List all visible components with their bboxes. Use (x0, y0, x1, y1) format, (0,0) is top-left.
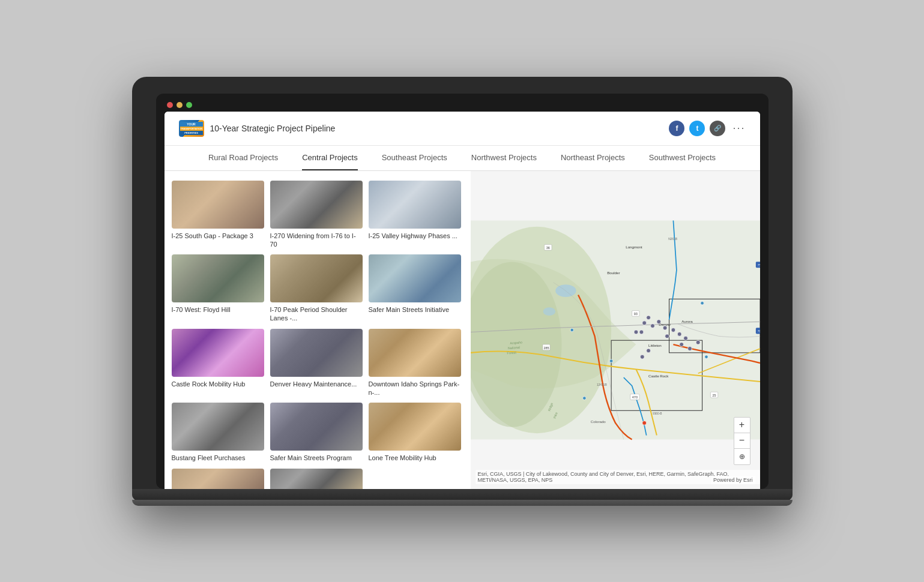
close-button[interactable] (167, 102, 173, 108)
tab-northeast[interactable]: Northeast Projects (561, 153, 625, 170)
svg-text:Castle Rock: Castle Rock (648, 374, 669, 378)
project-card-12[interactable]: Lone Tree Mobility Hub (369, 403, 461, 462)
header-actions: f t 🔗 ··· (669, 121, 745, 136)
svg-text:9360-B: 9360-B (652, 412, 662, 415)
svg-text:Littleton: Littleton (648, 343, 662, 347)
svg-text:93: 93 (633, 312, 637, 316)
zoom-location-button[interactable]: ⊕ (734, 449, 750, 464)
project-card-10[interactable]: Bustang Fleet Purchases (172, 403, 264, 462)
svg-text:Colorado: Colorado (590, 419, 606, 423)
facebook-button[interactable]: f (669, 121, 684, 136)
project-thumb-5 (270, 254, 363, 302)
project-thumb-11 (270, 403, 363, 451)
zoom-out-button[interactable]: − (734, 433, 750, 449)
svg-text:25: 25 (712, 393, 716, 397)
project-label-3: I-25 Valley Highway Phases ... (369, 232, 461, 240)
svg-text:470: 470 (632, 395, 637, 399)
tab-rural[interactable]: Rural Road Projects (208, 153, 278, 170)
svg-text:285: 285 (543, 346, 549, 349)
project-card-2[interactable]: I-270 Widening from I-76 to I-70 (270, 181, 363, 249)
svg-point-42 (704, 355, 708, 359)
project-thumb-2 (270, 181, 363, 229)
project-label-8: Denver Heavy Maintenance... (270, 380, 363, 388)
project-card-5[interactable]: I-70 Peak Period Shoulder Lanes -... (270, 254, 363, 323)
svg-point-27 (671, 328, 675, 332)
minimize-button[interactable] (177, 102, 183, 108)
svg-point-25 (656, 319, 660, 323)
project-label-5: I-70 Peak Period Shoulder Lanes -... (270, 305, 363, 323)
svg-text:70: 70 (757, 329, 759, 333)
project-card-13[interactable] (172, 469, 264, 489)
project-card-8[interactable]: Denver Heavy Maintenance... (270, 329, 363, 397)
svg-point-4 (543, 307, 555, 316)
logo-bot: PRIORITIES (180, 131, 203, 135)
svg-text:36: 36 (546, 246, 549, 250)
project-thumb-7 (172, 329, 264, 377)
project-thumb-1 (172, 181, 264, 229)
project-list: I-25 South Gap - Package 3 I-270 Widenin… (165, 171, 471, 489)
project-card-11[interactable]: Safer Main Streets Program (270, 403, 363, 462)
svg-point-43 (642, 421, 646, 425)
more-options-button[interactable]: ··· (732, 122, 745, 134)
project-label-11: Safer Main Streets Program (270, 454, 363, 462)
project-label-6: Safer Main Streets Initiative (369, 305, 461, 314)
project-thumb-10 (172, 403, 264, 451)
svg-point-22 (646, 315, 650, 319)
svg-point-41 (700, 301, 704, 305)
tab-central[interactable]: Central Projects (302, 153, 357, 170)
project-label-7: Castle Rock Mobility Hub (172, 380, 264, 388)
nav-tabs: Rural Road Projects Central Projects Sou… (165, 146, 760, 171)
svg-point-39 (609, 359, 613, 362)
map-area[interactable]: Longmont Boulder Denver Aurora Littleton… (471, 171, 760, 489)
svg-text:75: 75 (757, 263, 759, 266)
svg-point-26 (663, 326, 667, 330)
project-card-3[interactable]: I-25 Valley Highway Phases ... (369, 181, 461, 249)
project-thumb-4 (172, 254, 264, 302)
project-card-7[interactable]: Castle Rock Mobility Hub (172, 329, 264, 397)
logo-area: YOUR TRANSPORTATION PRIORITIES 10-Year S… (179, 120, 336, 137)
tab-southeast[interactable]: Southeast Projects (382, 153, 447, 170)
project-card-1[interactable]: I-25 South Gap - Package 3 (172, 181, 264, 249)
project-card-9[interactable]: Downtown Idaho Springs Park-n-... (369, 329, 461, 397)
twitter-button[interactable]: t (689, 121, 705, 136)
laptop-frame: YOUR TRANSPORTATION PRIORITIES 10-Year S… (132, 77, 793, 506)
project-label-4: I-70 West: Floyd Hill (172, 305, 264, 314)
maximize-button[interactable] (186, 102, 192, 108)
logo-mid: TRANSPORTATION (180, 127, 203, 131)
zoom-in-button[interactable]: + (734, 418, 750, 433)
tab-northwest[interactable]: Northwest Projects (471, 153, 537, 170)
svg-point-34 (646, 348, 650, 352)
svg-text:Longmont: Longmont (626, 245, 642, 249)
project-thumb-13 (172, 469, 264, 489)
laptop-bottom (132, 500, 793, 506)
svg-point-23 (642, 320, 646, 325)
project-label-10: Bustang Fleet Purchases (172, 454, 264, 462)
project-label-12: Lone Tree Mobility Hub (369, 454, 461, 462)
map-powered-by: Powered by Esri (711, 476, 755, 484)
app-title: 10-Year Strategic Project Pipeline (210, 124, 336, 133)
svg-point-30 (683, 336, 687, 340)
svg-point-40 (582, 396, 586, 400)
logo-top: YOUR (180, 122, 203, 127)
svg-point-32 (687, 346, 692, 350)
project-label-2: I-270 Widening from I-76 to I-70 (270, 232, 363, 249)
project-thumb-8 (270, 329, 363, 377)
project-thumb-14 (270, 469, 363, 489)
svg-point-28 (665, 334, 669, 338)
project-card-4[interactable]: I-70 West: Floyd Hill (172, 254, 264, 323)
tab-southwest[interactable]: Southwest Projects (649, 153, 716, 170)
project-card-14[interactable] (270, 469, 363, 489)
project-card-6[interactable]: Safer Main Streets Initiative (369, 254, 461, 323)
project-thumb-9 (369, 329, 461, 377)
project-label-9: Downtown Idaho Springs Park-n-... (369, 380, 461, 397)
share-button[interactable]: 🔗 (710, 121, 725, 136)
svg-point-36 (633, 330, 638, 334)
map-svg: Longmont Boulder Denver Aurora Littleton… (471, 171, 760, 489)
svg-point-24 (650, 323, 654, 328)
svg-text:12431B: 12431B (597, 383, 607, 386)
screen-border: YOUR TRANSPORTATION PRIORITIES 10-Year S… (156, 94, 768, 489)
project-label-1: I-25 South Gap - Package 3 (172, 232, 264, 240)
logo-badge: YOUR TRANSPORTATION PRIORITIES (179, 120, 204, 137)
project-thumb-6 (369, 254, 461, 302)
svg-point-33 (696, 340, 700, 344)
